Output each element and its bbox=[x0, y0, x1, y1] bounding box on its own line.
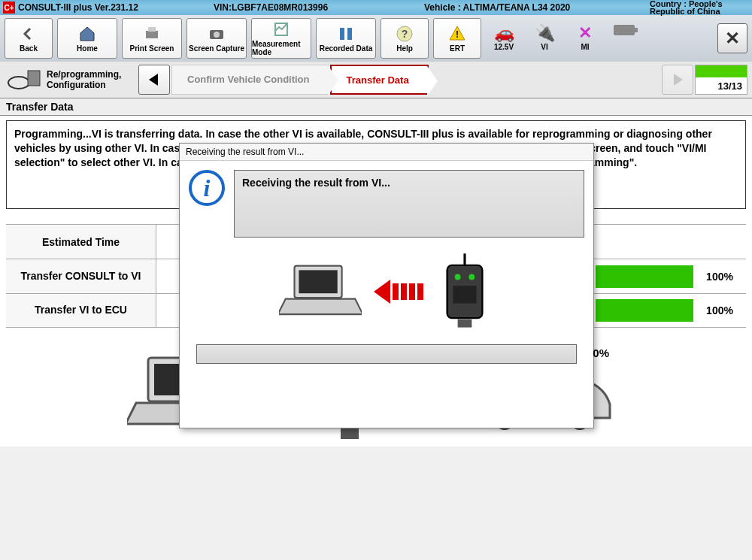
toolbar: Back Home Print Screen Screen Capture Me… bbox=[0, 15, 752, 62]
breadcrumb-transfer-data[interactable]: Transfer Data bbox=[330, 65, 429, 95]
laptop-icon bbox=[279, 260, 362, 323]
svg-rect-33 bbox=[458, 319, 472, 328]
screen-capture-button[interactable]: Screen Capture bbox=[186, 18, 247, 59]
country-text: Country : People's Republic of China bbox=[650, 0, 752, 15]
breadcrumb-next-button bbox=[662, 65, 693, 95]
triangle-left-icon bbox=[147, 72, 162, 87]
home-icon bbox=[77, 25, 98, 43]
dialog-progress-bar: 0% bbox=[196, 344, 577, 364]
svg-text:?: ? bbox=[402, 28, 408, 40]
recorded-data-icon bbox=[335, 25, 356, 43]
printer-icon bbox=[141, 25, 162, 43]
ert-button[interactable]: ! ERT bbox=[433, 18, 481, 59]
measurement-icon bbox=[271, 20, 292, 38]
vi-label: VI bbox=[541, 43, 547, 51]
vi-device-icon: 🔌 bbox=[535, 23, 555, 43]
svg-rect-5 bbox=[340, 28, 344, 40]
back-arrow-icon bbox=[18, 25, 39, 43]
ert-icon: ! bbox=[447, 25, 468, 43]
consult-to-vi-bar bbox=[596, 265, 693, 288]
dialog-message: Receiving the result from VI... bbox=[234, 170, 584, 238]
estimated-time-label: Estimated Time bbox=[6, 225, 156, 259]
consult-to-vi-end: 100% bbox=[693, 271, 746, 283]
breadcrumb-row: Re/programming, Configuration Confirm Ve… bbox=[0, 62, 752, 98]
dialog-progress-pct: 0% bbox=[593, 347, 609, 359]
help-button[interactable]: ? Help bbox=[381, 18, 429, 59]
vci-device-icon bbox=[435, 253, 494, 331]
print-screen-button[interactable]: Print Screen bbox=[122, 18, 182, 59]
battery-icon bbox=[608, 23, 644, 53]
svg-text:!: ! bbox=[456, 29, 459, 40]
svg-rect-6 bbox=[347, 28, 352, 40]
measurement-mode-button[interactable]: Measurement Mode bbox=[251, 18, 311, 59]
measure-label: Measurement Mode bbox=[252, 40, 311, 56]
receiving-result-dialog: Receiving the result from VI... i Receiv… bbox=[179, 143, 594, 428]
voltage-label: 12.5V bbox=[494, 43, 514, 51]
svg-rect-27 bbox=[299, 270, 337, 293]
vehicle-text: Vehicle : ALTIMA/TEANA L34 2020 bbox=[424, 2, 650, 13]
svg-rect-0 bbox=[146, 31, 158, 38]
help-label: Help bbox=[396, 44, 413, 53]
breadcrumb-confirm-vehicle[interactable]: Confirm Vehicle Condition bbox=[171, 65, 329, 95]
home-label: Home bbox=[77, 44, 98, 53]
vi-to-ecu-bar bbox=[596, 299, 693, 322]
vin-text: VIN:LGBF7AE08MR013996 bbox=[214, 2, 424, 13]
vi-status: 🔌 VI bbox=[526, 23, 562, 53]
svg-point-12 bbox=[8, 77, 29, 89]
help-icon: ? bbox=[394, 25, 415, 43]
app-title: CONSULT-III plus Ver.231.12 bbox=[18, 2, 214, 13]
step-progress-text: 13/13 bbox=[696, 77, 747, 94]
close-button[interactable]: ✕ bbox=[717, 23, 747, 53]
capture-label: Screen Capture bbox=[189, 44, 244, 53]
info-icon: i bbox=[189, 170, 225, 206]
ert-label: ERT bbox=[450, 44, 465, 53]
vi-to-ecu-label: Transfer VI to ECU bbox=[6, 294, 156, 327]
step-progress: 13/13 bbox=[695, 65, 747, 95]
back-label: Back bbox=[20, 44, 38, 53]
recorded-label: Recorded Data bbox=[320, 44, 373, 53]
svg-point-3 bbox=[214, 32, 220, 38]
back-button[interactable]: Back bbox=[5, 18, 53, 59]
step-progress-bar bbox=[696, 65, 747, 77]
vi-to-ecu-end: 100% bbox=[693, 304, 746, 316]
svg-rect-32 bbox=[453, 286, 476, 303]
mode-label: Re/programming, Configuration bbox=[47, 69, 137, 90]
camera-icon bbox=[206, 25, 227, 43]
battery-voltage-status: 🚗 12.5V bbox=[486, 23, 522, 53]
svg-point-31 bbox=[468, 274, 475, 280]
close-icon: ✕ bbox=[725, 28, 740, 49]
consult-to-vi-label: Transfer CONSULT to VI bbox=[6, 259, 156, 293]
svg-rect-1 bbox=[148, 27, 156, 32]
triangle-right-icon bbox=[670, 72, 685, 87]
svg-rect-13 bbox=[28, 71, 40, 86]
dialog-diagram bbox=[180, 253, 593, 331]
section-heading: Transfer Data bbox=[0, 98, 752, 116]
home-button[interactable]: Home bbox=[57, 18, 117, 59]
car-icon: 🚗 bbox=[494, 23, 514, 43]
title-bar: C+ CONSULT-III plus Ver.231.12 VIN:LGBF7… bbox=[0, 0, 752, 15]
svg-point-30 bbox=[455, 274, 461, 280]
svg-rect-11 bbox=[635, 28, 638, 32]
breadcrumb-prev-button[interactable] bbox=[138, 65, 170, 95]
svg-rect-21 bbox=[341, 428, 359, 439]
arrow-left-icon bbox=[374, 280, 423, 304]
svg-rect-10 bbox=[614, 25, 635, 35]
app-icon: C+ bbox=[3, 2, 15, 14]
mi-x-icon: ✕ bbox=[578, 23, 592, 43]
print-label: Print Screen bbox=[130, 44, 174, 53]
dialog-title: Receiving the result from VI... bbox=[180, 144, 593, 161]
mi-status: ✕ MI bbox=[567, 23, 603, 53]
recorded-data-button[interactable]: Recorded Data bbox=[316, 18, 376, 59]
mi-label: MI bbox=[581, 43, 589, 51]
reprogramming-icon bbox=[5, 65, 45, 94]
